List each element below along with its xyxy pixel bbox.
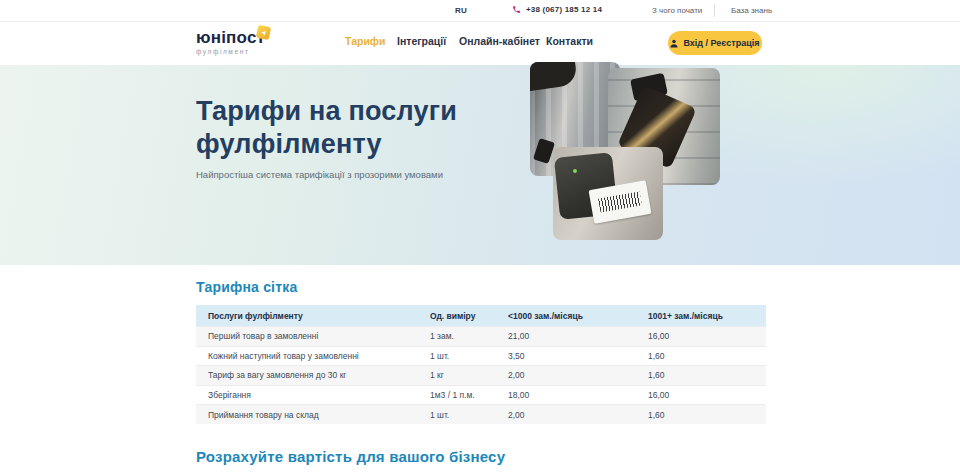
- link-knowledge-base[interactable]: База знань: [731, 6, 772, 15]
- cell-unit: 1 шт.: [430, 410, 508, 420]
- nav-item-tariffs[interactable]: Тарифи: [345, 35, 386, 47]
- cell-service: Перший товар в замовленні: [196, 331, 430, 341]
- hero-section: Тарифи на послуги фулфілменту Найпростіш…: [0, 65, 960, 265]
- person-icon: [670, 39, 678, 48]
- cell-lt1000: 2,00: [508, 410, 648, 420]
- cell-unit: 1 шт.: [430, 351, 508, 361]
- cell-gt1001: 1,60: [648, 351, 766, 361]
- cell-gt1001: 16,00: [648, 331, 766, 341]
- nav-item-contacts[interactable]: Контакти: [546, 35, 593, 47]
- cell-service: Тариф за вагу замовлення до 30 кг: [196, 370, 430, 380]
- page: RU +38 (067) 185 12 14 З чого почати Баз…: [0, 0, 960, 475]
- main-header: юніпост ➤ фулфілмент Тарифи Інтеграції О…: [0, 22, 960, 65]
- hero-subtitle: Найпростіша система тарифікації з прозор…: [196, 169, 443, 180]
- table-row: Кожний наступний товар у замовленні 1 шт…: [196, 346, 766, 366]
- table-row: Приймання товару на склад 1 шт. 2,00 1,6…: [196, 404, 766, 424]
- login-register-button[interactable]: Вхід / Реєстрація: [668, 31, 762, 55]
- language-switcher[interactable]: RU: [455, 6, 467, 15]
- login-button-label: Вхід / Реєстрація: [683, 38, 759, 48]
- column-header-gt1001: 1001+ зам./місяць: [648, 311, 766, 321]
- column-header-lt1000: <1000 зам./місяць: [508, 311, 648, 321]
- table-row: Зберігання 1м3 / 1 п.м. 18,00 16,00: [196, 385, 766, 405]
- cell-unit: 1 зам.: [430, 331, 508, 341]
- logo-badge-icon: ➤: [256, 25, 271, 40]
- cell-unit: 1 кг: [430, 370, 508, 380]
- cell-unit: 1м3 / 1 п.м.: [430, 390, 508, 400]
- logo-title: юніпост: [196, 29, 286, 46]
- nav-item-online-cabinet[interactable]: Онлайн-кабінет: [459, 35, 540, 47]
- cell-service: Кожний наступний товар у замовленні: [196, 351, 430, 361]
- barcode-graphic: [598, 191, 642, 212]
- column-header-service: Послуги фулфілменту: [196, 311, 430, 321]
- cell-lt1000: 2,00: [508, 370, 648, 380]
- photo-arm-shape: [530, 62, 578, 91]
- table-row: Перший товар в замовленні 1 зам. 21,00 1…: [196, 326, 766, 346]
- hero-photo-label-printer: [553, 147, 663, 240]
- cell-gt1001: 16,00: [648, 390, 766, 400]
- phone-number: +38 (067) 185 12 14: [526, 5, 602, 14]
- cell-lt1000: 21,00: [508, 331, 648, 341]
- pricing-section-heading: Тарифна сітка: [196, 279, 297, 295]
- nav-item-integrations[interactable]: Інтеграції: [397, 35, 446, 47]
- logo[interactable]: юніпост ➤ фулфілмент: [196, 29, 286, 55]
- link-getting-started[interactable]: З чого почати: [652, 6, 702, 15]
- table-header-row: Послуги фулфілменту Од. виміру <1000 зам…: [196, 305, 766, 326]
- column-header-unit: Од. виміру: [430, 311, 508, 321]
- phone-link[interactable]: +38 (067) 185 12 14: [512, 5, 602, 14]
- cell-lt1000: 18,00: [508, 390, 648, 400]
- phone-icon: [512, 5, 521, 14]
- cell-gt1001: 1,60: [648, 410, 766, 420]
- cell-service: Зберігання: [196, 390, 430, 400]
- table-body: Перший товар в замовленні 1 зам. 21,00 1…: [196, 326, 766, 424]
- topbar-divider: [714, 4, 715, 17]
- cell-gt1001: 1,60: [648, 370, 766, 380]
- photo-scanner-shape: [533, 138, 555, 164]
- top-utility-bar: RU +38 (067) 185 12 14 З чого почати Баз…: [0, 0, 960, 22]
- cell-service: Приймання товару на склад: [196, 410, 430, 420]
- table-row: Тариф за вагу замовлення до 30 кг 1 кг 2…: [196, 365, 766, 385]
- calculator-section-heading: Розрахуйте вартість для вашого бізнесу: [196, 448, 505, 465]
- page-title: Тарифи на послуги фулфілменту: [196, 95, 457, 161]
- photo-printer-led: [573, 169, 577, 173]
- cell-lt1000: 3,50: [508, 351, 648, 361]
- tariff-table: Послуги фулфілменту Од. виміру <1000 зам…: [196, 305, 766, 424]
- logo-subtitle: фулфілмент: [196, 48, 286, 55]
